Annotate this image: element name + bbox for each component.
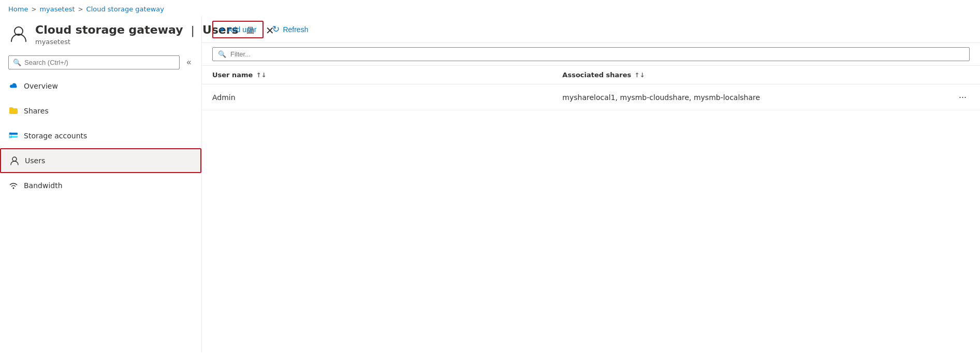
person-icon <box>9 155 20 166</box>
col-actions <box>945 66 980 84</box>
folder-icon <box>8 106 19 116</box>
add-user-button[interactable]: + Add user <box>212 21 264 38</box>
table-header-row: User name ↑↓ Associated shares ↑↓ <box>202 66 980 84</box>
sidebar-main-title: Cloud storage gateway <box>35 23 183 37</box>
cell-username: Admin <box>202 84 552 110</box>
row-more-button[interactable]: ··· <box>956 91 970 104</box>
sidebar-item-bandwidth-label: Bandwidth <box>24 181 63 190</box>
cell-associated-shares: mysharelocal1, mysmb-cloudshare, mysmb-l… <box>552 84 945 110</box>
sidebar-item-shares-label: Shares <box>24 107 49 115</box>
search-icon: 🔍 <box>13 59 21 66</box>
table-row: Admin mysharelocal1, mysmb-cloudshare, m… <box>202 84 980 110</box>
add-icon: + <box>220 25 224 34</box>
refresh-icon: ↻ <box>272 24 280 35</box>
sidebar: Cloud storage gateway | Users 🖶 myasetes… <box>0 16 202 352</box>
search-container: 🔍 « <box>0 51 201 74</box>
sidebar-item-users-label: Users <box>25 156 45 165</box>
sidebar-header-icon <box>8 23 29 44</box>
svg-point-4 <box>12 157 17 161</box>
breadcrumb-myasetest[interactable]: myasetest <box>39 5 75 13</box>
sidebar-item-storage-label: Storage accounts <box>24 132 87 140</box>
filter-input-wrap: 🔍 <box>212 47 970 61</box>
add-user-label: Add user <box>227 25 256 34</box>
username-sort-icon[interactable]: ↑↓ <box>256 72 266 79</box>
svg-rect-2 <box>9 136 18 138</box>
search-input[interactable] <box>24 59 175 66</box>
svg-point-5 <box>13 188 14 189</box>
breadcrumb-current: Cloud storage gateway <box>86 5 164 13</box>
sidebar-item-users[interactable]: Users <box>0 148 201 173</box>
sidebar-item-bandwidth[interactable]: Bandwidth <box>0 173 201 198</box>
cloud-icon <box>8 81 19 91</box>
cell-row-actions: ··· <box>945 84 980 110</box>
refresh-button[interactable]: ↻ Refresh <box>266 20 315 38</box>
toolbar: + Add user ↻ Refresh <box>202 16 980 43</box>
breadcrumb-home[interactable]: Home <box>8 5 28 13</box>
breadcrumb-sep-1: > <box>31 6 36 13</box>
filter-icon: 🔍 <box>218 50 226 58</box>
sidebar-header: Cloud storage gateway | Users 🖶 myasetes… <box>0 16 201 51</box>
content-area: + Add user ↻ Refresh 🔍 <box>202 16 980 352</box>
svg-rect-1 <box>9 133 18 135</box>
col-associated-shares[interactable]: Associated shares ↑↓ <box>552 66 945 84</box>
shares-sort-icon[interactable]: ↑↓ <box>634 72 645 79</box>
title-separator: | <box>187 24 198 37</box>
table-area: User name ↑↓ Associated shares ↑↓ <box>202 66 980 352</box>
sidebar-item-shares[interactable]: Shares <box>0 98 201 123</box>
storage-icon <box>8 131 19 141</box>
filter-bar: 🔍 <box>202 43 980 66</box>
breadcrumb: Home > myasetest > Cloud storage gateway <box>0 0 980 16</box>
wifi-icon <box>8 180 19 191</box>
users-table: User name ↑↓ Associated shares ↑↓ <box>202 66 980 110</box>
col-username[interactable]: User name ↑↓ <box>202 66 552 84</box>
refresh-label: Refresh <box>283 25 308 34</box>
profile-icon <box>9 24 28 43</box>
sidebar-item-storage-accounts[interactable]: Storage accounts <box>0 123 201 148</box>
search-box: 🔍 <box>8 55 180 69</box>
sidebar-item-overview[interactable]: Overview <box>0 74 201 98</box>
breadcrumb-sep-2: > <box>78 6 83 13</box>
sidebar-nav: Overview Shares <box>0 74 201 198</box>
sidebar-item-overview-label: Overview <box>24 82 58 90</box>
filter-input[interactable] <box>230 50 964 58</box>
collapse-button[interactable]: « <box>182 55 196 69</box>
